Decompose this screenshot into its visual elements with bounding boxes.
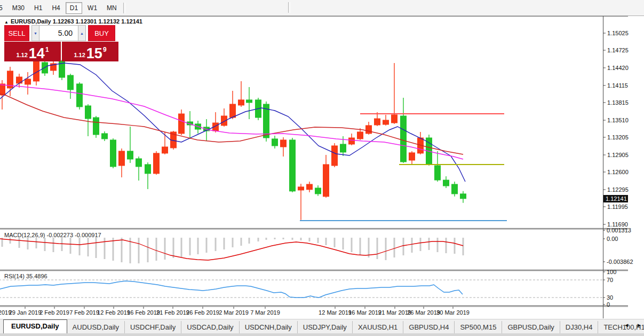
candle-body (145, 165, 151, 174)
chart-tab-usdchf-daily[interactable]: USDCHF,Daily (125, 321, 181, 334)
ask-price-pip: 9 (103, 46, 107, 53)
toolbar-separator (123, 3, 125, 13)
tab-scroll-right-button[interactable]: ► (635, 322, 643, 328)
candle-body (25, 79, 31, 84)
collapse-arrow-icon[interactable]: ▲ (4, 20, 9, 25)
candle-body (392, 115, 397, 123)
price-axis-label: 1.11995 (607, 204, 628, 210)
candle-body (443, 180, 449, 186)
date-axis-label: 26 Feb 2019 (186, 309, 219, 316)
price-axis-label: 1.12600 (607, 169, 629, 175)
date-axis-label: 2 Mar 2019 (219, 309, 249, 316)
date-axis-label: 30 Mar 2019 (436, 309, 470, 316)
date-axis-label: 26 Mar 2019 (407, 309, 440, 316)
buy-button[interactable]: BUY (88, 25, 115, 41)
volume-increase-button[interactable]: ▲ (78, 25, 86, 41)
candle-body (0, 84, 5, 95)
candle-body (272, 139, 278, 146)
candle-body (247, 100, 252, 103)
ask-price-small: 1.12 (74, 52, 85, 58)
ask-quote[interactable]: 1.12 15 9 (62, 42, 118, 61)
price-axis-label: 1.15025 (607, 30, 629, 36)
candle-body (307, 184, 313, 190)
candle-body (77, 84, 83, 107)
bid-price-small: 1.12 (16, 52, 27, 58)
date-axis-label: 21 Feb 2019 (156, 309, 189, 316)
chart-tab-gbpusd-daily[interactable]: GBPUSD,Daily (502, 321, 560, 334)
rsi-scale-label: 30 (607, 294, 613, 301)
candle-body (409, 153, 415, 160)
chart-tab-eurusd-daily[interactable]: EURUSD,Daily (3, 319, 67, 334)
chart-title-text: EURUSD,Daily 1.12263 1.12301 1.12132 1.1… (11, 18, 142, 25)
candle-body (179, 114, 185, 134)
rsi-scale-label: 100 (607, 269, 616, 275)
bid-quote[interactable]: 1.12 14 1 (4, 42, 61, 61)
toolbar-separator (288, 2, 290, 13)
date-axis-label: 29 Jan 2019 (9, 309, 42, 316)
price-axis-label: 1.14725 (607, 47, 629, 53)
date-axis-label: 7 Mar 2019 (250, 309, 280, 316)
price-axis-label: 1.13815 (607, 99, 629, 106)
candle-body (68, 75, 74, 90)
chart-tab-usdjpy-daily[interactable]: USDJPY,Daily (298, 321, 353, 334)
chart-tab-audusd-daily[interactable]: AUDUSD,Daily (67, 321, 125, 334)
rsi-scale-label: 70 (607, 277, 613, 283)
candle-body (315, 188, 321, 194)
timeframe-button-d1[interactable]: D1 (66, 2, 82, 14)
candle-body (340, 144, 346, 152)
timeframe-toolbar: 5M30H1H4D1W1MN (0, 0, 644, 16)
macd-scale-label: 0.001313 (607, 227, 631, 233)
timeframe-button-m30[interactable]: M30 (8, 2, 29, 14)
timeframe-button-mn[interactable]: MN (102, 2, 121, 14)
chart-tab-gbpusd-h4[interactable]: GBPUSD,H4 (403, 321, 455, 334)
candle-body (281, 140, 287, 147)
candle-body (85, 106, 91, 119)
candle-body (290, 140, 296, 191)
candle-body (154, 153, 160, 174)
price-axis-label: 1.13205 (607, 134, 629, 140)
candle-body (110, 140, 116, 167)
chart-tab-dj30-h4[interactable]: DJ30,H4 (560, 321, 599, 334)
rsi-indicator-label: RSI(14) 35.4896 (4, 273, 47, 279)
chart-tab-xauusd-h1[interactable]: XAUUSD,H1 (353, 321, 403, 334)
date-axis-label: 16 Mar 2019 (348, 309, 381, 316)
candle-body (452, 184, 458, 194)
candle-body (136, 159, 142, 167)
chart-tab-sp500-m15[interactable]: SP500,M15 (455, 321, 502, 334)
candle-body (460, 194, 466, 199)
date-axis-label: 7 Feb 2019 (69, 309, 99, 316)
volume-decrease-button[interactable]: ▼ (31, 25, 39, 41)
date-axis-label: 12 Feb 2019 (97, 309, 130, 316)
price-axis-label: 1.14115 (607, 82, 628, 89)
ask-price-big: 15 (86, 47, 102, 60)
status-strip (0, 333, 644, 336)
tab-scroll-arrows: ◄ ► (623, 322, 643, 328)
timeframe-button-h4[interactable]: H4 (47, 2, 64, 14)
tab-scroll-left-button[interactable]: ◄ (623, 322, 630, 328)
volume-input[interactable] (39, 25, 78, 41)
one-click-trading-panel: SELL ▼ ▲ BUY 1.12 14 1 1.12 15 9 (4, 25, 119, 61)
rsi-line (0, 281, 463, 298)
timeframe-button-h1[interactable]: H1 (30, 2, 46, 14)
price-axis-label: 1.14420 (607, 65, 629, 71)
chart-window: 1.150251.147251.144201.141151.138151.135… (0, 16, 644, 318)
date-axis-label: 16 Feb 2019 (127, 309, 160, 316)
candle-body (435, 166, 441, 180)
chart-tab-usdcad-daily[interactable]: USDCAD,Daily (181, 321, 239, 334)
date-axis-label: 12 Mar 2019 (319, 309, 352, 316)
candle-body (332, 146, 338, 166)
timeframe-button-5[interactable]: 5 (0, 2, 7, 14)
timeframe-button-w1[interactable]: W1 (83, 2, 101, 14)
candle-body (230, 104, 236, 118)
chart-tab-usdcnh-daily[interactable]: USDCNH,Daily (240, 321, 298, 334)
chart-tab-bar: EURUSD,DailyAUDUSD,DailyUSDCHF,DailyUSDC… (0, 319, 644, 334)
price-axis-label: 1.12295 (607, 186, 629, 193)
macd-indicator-label: MACD(12,26,9) -0.002273 -0.000917 (4, 232, 101, 238)
candle-body (102, 134, 108, 139)
bid-price-big: 14 (29, 47, 45, 60)
candle-body (162, 147, 168, 153)
date-axis-label: 2 Feb 2019 (39, 309, 69, 316)
macd-scale-label: 0.00 (607, 236, 618, 242)
sell-button[interactable]: SELL (4, 25, 29, 41)
date-axis-label: 21 Mar 2019 (378, 309, 411, 316)
